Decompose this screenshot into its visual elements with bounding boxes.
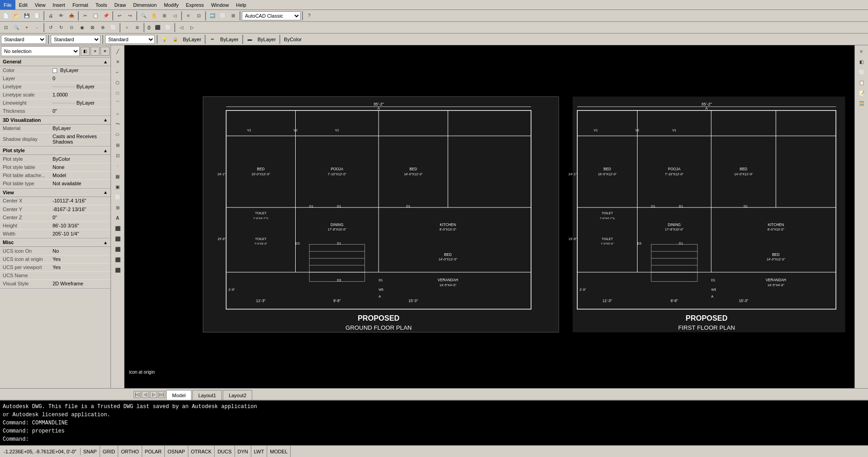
publish-btn[interactable]: 📤 [67,11,77,21]
table-btn[interactable]: ⊞ [228,11,238,21]
menu-window[interactable]: Window [207,0,232,10]
draw-rect-btn[interactable]: □ [112,88,123,98]
draw-xline-btn[interactable]: ✕ [112,57,123,67]
regen-btn[interactable]: ↺ [46,23,56,33]
lineweight-btn[interactable]: ▬ [245,34,255,44]
vports-btn[interactable]: ⬜ [163,23,173,33]
regen-all-btn[interactable]: ↻ [56,23,66,33]
zoom-realtime-btn[interactable]: 🔍 [11,23,21,33]
r-quickcalc-btn[interactable]: 🧮 [856,98,867,108]
layer-prev-btn[interactable]: ◁ [177,23,187,33]
general-header[interactable]: General ▲ [0,58,110,66]
dyn-btn[interactable]: DYN [235,446,251,457]
r-sheetset-btn[interactable]: 📋 [856,77,867,87]
tab-nav-prev[interactable]: ◁ [142,391,149,398]
zoom-out-btn[interactable]: - [32,23,42,33]
general-collapse[interactable]: ▲ [103,59,108,64]
orbit-btn[interactable]: ○ [122,23,132,33]
modify-btn2[interactable]: ⬛ [112,234,123,244]
menu-help[interactable]: Help [232,0,250,10]
plot-btn[interactable]: 🖨 [46,11,56,21]
layer-next-btn[interactable]: ▷ [187,23,197,33]
close-panel-btn[interactable]: ✕ [101,47,110,56]
selection-dropdown[interactable]: No selection [1,46,80,56]
tab-nav-last[interactable]: ▷| [158,391,165,398]
draw-table-btn[interactable]: ⊞ [112,202,123,212]
menu-insert[interactable]: Insert [49,0,69,10]
tab-nav-first[interactable]: |◁ [134,391,141,398]
draw-pline-btn[interactable]: ⌐ [112,67,123,77]
matchprop-btn[interactable]: ⊡ [194,11,204,21]
layer-off-btn[interactable]: 🔒 [170,34,180,44]
draw-point-btn[interactable]: · [112,161,123,171]
style-combo2[interactable]: Standard [51,35,101,44]
undo-btn[interactable]: ↩ [115,11,125,21]
picklist-btn[interactable]: ≡ [91,47,100,56]
spell-btn[interactable]: 🔤 [207,11,217,21]
r-toolpalettes-btn[interactable]: ⬜ [856,67,867,77]
draw-poly-btn[interactable]: ⬡ [112,77,123,87]
zoom-in-btn[interactable]: + [22,23,32,33]
r-markup-btn[interactable]: 📝 [856,88,867,98]
r-designcenter-btn[interactable]: ◧ [856,57,867,67]
draw-insert-btn[interactable]: ⊡ [112,150,123,160]
menu-view[interactable]: View [31,0,49,10]
r-properties-btn[interactable]: ≡ [856,46,867,56]
misc-collapse[interactable]: ▲ [103,240,108,245]
linetype-btn[interactable]: ━ [207,34,217,44]
modify-btn3[interactable]: ⬛ [112,244,123,254]
menu-edit[interactable]: Edit [15,0,31,10]
tab-model[interactable]: Model [166,390,192,400]
zoom-window-btn[interactable]: ⊡ [1,23,11,33]
aerial-btn[interactable]: ⬛ [153,23,163,33]
tab-layout2[interactable]: Layout2 [223,390,252,400]
view-header[interactable]: View ▲ [0,188,110,197]
plotstyle-header[interactable]: Plot style ▲ [0,146,110,155]
zoom-btn[interactable]: 🔍 [139,11,149,21]
paste-btn[interactable]: 📌 [101,11,111,21]
zoom-all-btn[interactable]: ⊙ [67,23,77,33]
modify-btn4[interactable]: ⬛ [112,255,123,265]
draw-region-btn[interactable]: ⬜ [112,192,123,202]
ortho-btn[interactable]: ORTHO [118,446,142,457]
freeorbit-btn[interactable]: ⊚ [132,23,142,33]
layer-on-btn[interactable]: 💡 [159,34,169,44]
menu-modify[interactable]: Modify [160,0,182,10]
snap-btn[interactable]: SNAP [81,446,100,457]
misc-header[interactable]: Misc ▲ [0,238,110,247]
viz3d-header[interactable]: 3D Visualization ▲ [0,116,110,125]
zoom-obj-btn[interactable]: ⬜ [108,23,118,33]
modify-btn5[interactable]: ⬛ [112,265,123,275]
modify-btn1[interactable]: ⬛ [112,223,123,233]
copy-btn[interactable]: 📋 [91,11,101,21]
menu-express[interactable]: Express [182,0,207,10]
zoom-center-btn[interactable]: ⊕ [98,23,108,33]
save-btn[interactable]: 💾 [22,11,32,21]
draw-line-btn[interactable]: ╱ [112,46,123,56]
command-area[interactable]: Autodesk DWG. This file is a Trusted DWG… [0,400,868,445]
redo-btn[interactable]: ↪ [125,11,135,21]
preview-btn[interactable]: 👁 [56,11,66,21]
properties-btn[interactable]: ≡ [183,11,193,21]
pan-btn[interactable]: ✋ [149,11,159,21]
zoom-ext-btn[interactable]: ⊞ [159,11,169,21]
cut-btn[interactable]: ✂ [80,11,90,21]
draw-spline-btn[interactable]: 〜 [112,119,123,129]
field-btn[interactable]: ⬜ [218,11,228,21]
menu-tools[interactable]: Tools [92,0,111,10]
draw-text-btn[interactable]: A [112,213,123,223]
color-checkbox[interactable] [53,68,57,73]
draw-hatch-btn[interactable]: ▦ [112,171,123,181]
draw-gradient-btn[interactable]: ▣ [112,182,123,192]
draw-arc-btn[interactable]: ⌒ [112,98,123,108]
polar-btn[interactable]: POLAR [142,446,165,457]
osnap-btn[interactable]: OSNAP [165,446,188,457]
view-collapse[interactable]: ▲ [103,190,108,195]
menu-file[interactable]: File [0,0,15,10]
zoom-dyn-btn[interactable]: ◉ [77,23,87,33]
canvas-area[interactable]: 35'-2" A BED 10'-0"X12'-0" [125,45,854,388]
menu-format[interactable]: Format [69,0,92,10]
zoom-prev-btn[interactable]: ◁ [170,11,180,21]
style-combo1[interactable]: Standard [1,35,46,44]
zoom-scale-btn[interactable]: ⊠ [87,23,97,33]
